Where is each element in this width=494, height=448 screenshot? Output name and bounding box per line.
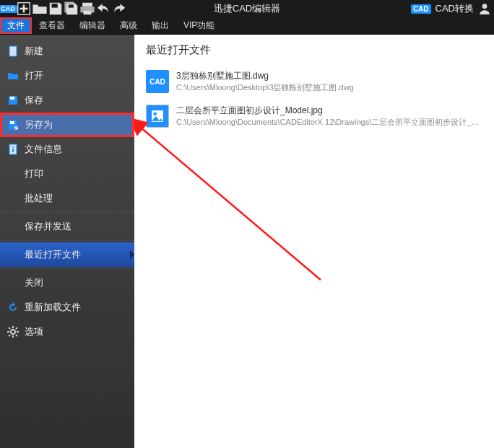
svg-rect-11 [10,121,14,124]
svg-line-26 [140,127,321,280]
file-path: C:\Users\Mloong\Desktop\3层独栋别墅施工图.dwg [176,82,354,93]
sidebar-item-label: 打印 [25,167,43,180]
menu-advanced[interactable]: 高级 [113,17,144,34]
svg-rect-5 [82,3,92,7]
svg-point-25 [153,112,157,115]
folder-open-icon [7,70,19,82]
sidebar-item-file-info[interactable]: 文件信息 [0,137,134,162]
user-icon[interactable] [478,2,491,15]
body: 新建 打开 保存 另存为 文件信息 打印 [0,35,494,448]
cad-file-icon: CAD [146,70,169,93]
annotation-arrow [134,114,350,294]
save-icon[interactable] [48,1,64,17]
separator [0,240,134,241]
new-icon[interactable] [16,1,32,17]
titlebar-right: CAD CAD转换 [411,2,491,15]
menu-vip[interactable]: VIP功能 [176,17,222,34]
file-text: 3层独栋别墅施工图.dwg C:\Users\Mloong\Desktop\3层… [176,70,354,93]
file-new-icon [7,45,19,57]
file-path: C:\Users\Mloong\Documents\CADEditorX 12\… [176,117,482,128]
sidebar-item-label: 重新加载文件 [25,301,81,314]
gear-icon [7,326,19,338]
sidebar-item-open[interactable]: 打开 [0,63,134,88]
sidebar-item-label: 保存 [25,94,43,107]
cad-convert-button[interactable]: CAD转换 [436,2,474,15]
sidebar-item-reload[interactable]: 重新加载文件 [0,295,134,320]
recent-icon [7,249,19,260]
svg-point-13 [12,146,14,148]
recent-file-item[interactable]: 二层会所平立面图初步设计_Model.jpg C:\Users\Mloong\D… [146,99,482,133]
print-icon [7,168,19,180]
svg-rect-14 [12,149,14,152]
svg-rect-3 [52,4,58,8]
cad-badge-icon: CAD [411,4,431,14]
file-name: 3层独栋别墅施工图.dwg [176,70,354,82]
file-menu-sidebar: 新建 打开 保存 另存为 文件信息 打印 [0,35,134,448]
open-icon[interactable] [32,1,48,17]
redo-icon[interactable] [111,1,127,17]
menu-viewer[interactable]: 查看器 [32,17,72,34]
svg-line-22 [9,335,10,336]
svg-rect-4 [69,5,74,8]
menu-label: 文件 [7,19,25,32]
sidebar-item-close[interactable]: 关闭 [0,271,134,295]
thumb-label: CAD [150,78,165,86]
app-title: 迅捷CAD编辑器 [214,2,280,15]
sidebar-item-label: 批处理 [25,192,53,205]
menu-output[interactable]: 输出 [144,17,176,34]
batch-icon [7,193,19,204]
menu-file[interactable]: 文件 [0,17,32,34]
image-file-icon [146,105,169,128]
svg-rect-10 [10,97,14,100]
sidebar-item-save-as[interactable]: 另存为 [0,113,134,137]
sidebar-item-save[interactable]: 保存 [0,88,134,113]
separator [0,268,134,269]
app-logo: CAD [0,1,16,17]
svg-line-20 [9,328,10,329]
save-as-icon [7,119,19,131]
panel-title: 最近打开文件 [146,43,482,57]
file-name: 二层会所平立面图初步设计_Model.jpg [176,105,482,117]
menu-editor[interactable]: 编辑器 [72,17,113,34]
svg-point-8 [482,4,488,9]
svg-rect-7 [84,11,92,15]
close-icon [7,277,19,289]
sidebar-item-label: 打开 [25,69,43,82]
menu-label: VIP功能 [183,19,214,32]
sidebar-item-label: 最近打开文件 [25,248,81,261]
svg-line-21 [16,335,17,336]
svg-rect-9 [9,46,17,56]
recent-files-panel: 最近打开文件 CAD 3层独栋别墅施工图.dwg C:\Users\Mloong… [134,35,494,448]
sidebar-item-new[interactable]: 新建 [0,39,134,63]
save-icon [7,95,19,106]
svg-point-15 [11,330,15,334]
menu-label: 高级 [120,19,137,32]
sidebar-item-label: 文件信息 [25,143,62,156]
sidebar-item-label: 保存并发送 [25,220,72,233]
sidebar-item-save-send[interactable]: 保存并发送 [0,214,134,239]
sidebar-item-label: 关闭 [25,276,43,289]
menu-label: 输出 [152,19,169,32]
sidebar-item-batch[interactable]: 批处理 [0,186,134,211]
svg-line-23 [16,328,17,329]
sidebar-item-label: 另存为 [25,118,53,131]
print-icon[interactable] [79,1,95,17]
sidebar-item-recent[interactable]: 最近打开文件 [0,242,134,267]
sidebar-item-print[interactable]: 打印 [0,162,134,186]
recent-file-item[interactable]: CAD 3层独栋别墅施工图.dwg C:\Users\Mloong\Deskto… [146,64,482,99]
save-all-icon[interactable] [64,1,79,17]
titlebar: CAD 迅捷CAD编辑器 CAD CAD转换 [0,0,494,17]
sidebar-item-label: 选项 [25,325,43,338]
reload-icon [7,302,19,313]
sidebar-item-label: 新建 [25,45,43,58]
undo-icon[interactable] [95,1,111,17]
send-icon [7,221,19,232]
info-icon [7,144,19,155]
menu-label: 编辑器 [79,19,105,32]
separator [0,212,134,213]
menu-label: 查看器 [39,19,65,32]
app-window: CAD 迅捷CAD编辑器 CAD CAD转换 [0,0,494,448]
menubar: 文件 查看器 编辑器 高级 输出 VIP功能 [0,17,494,35]
file-text: 二层会所平立面图初步设计_Model.jpg C:\Users\Mloong\D… [176,105,482,128]
sidebar-item-options[interactable]: 选项 [0,320,134,344]
